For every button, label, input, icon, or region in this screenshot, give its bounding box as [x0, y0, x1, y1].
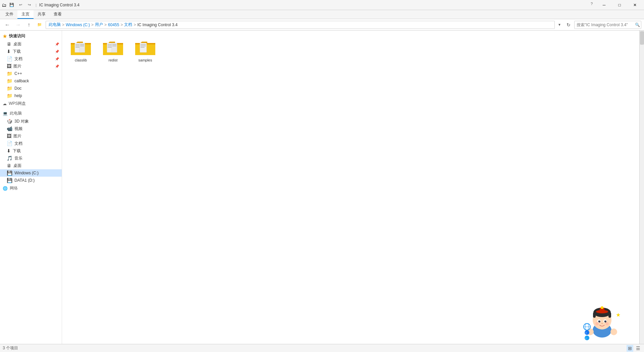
sidebar-item-video[interactable]: 📹 视频: [0, 125, 62, 132]
cpp-folder-icon: 📁: [7, 71, 12, 76]
windows-c-label: Windows (C:): [14, 171, 39, 175]
up-btn[interactable]: ↑: [24, 20, 34, 29]
refresh-btn[interactable]: ↻: [564, 20, 573, 29]
address-bar: ← → ↑ 📁 此电脑 > Windows (C:) > 用户 > 60455 …: [0, 19, 644, 31]
search-icon[interactable]: 🔍: [634, 21, 641, 29]
path-documents[interactable]: 文档: [124, 22, 132, 28]
quick-save-btn[interactable]: 💾: [8, 1, 15, 9]
video-label: 视频: [14, 126, 22, 132]
sidebar-item-3d[interactable]: 🎲 3D 对象: [0, 118, 62, 125]
sidebar-item-downloads[interactable]: ⬇ 下载: [0, 147, 62, 155]
pictures-quick-label: 图片: [13, 63, 21, 69]
downloads-label: 下载: [13, 148, 21, 154]
3d-label: 3D 对象: [14, 119, 29, 124]
sidebar-item-windows-c[interactable]: 💾 Windows (C:): [0, 169, 62, 177]
folder-samples[interactable]: samples: [130, 35, 160, 65]
address-dropdown-btn[interactable]: ▼: [556, 21, 563, 29]
main-area: ★ 快速访问 🖥 桌面 📌 ⬇ 下载 📌 📄 文档 📌 🖼 图片 📌 📁 C++: [0, 31, 644, 344]
svg-rect-18: [141, 44, 146, 45]
download-quick-icon: ⬇: [7, 49, 11, 54]
folder-classlib[interactable]: classlib: [66, 35, 96, 65]
maximize-btn[interactable]: □: [612, 0, 627, 10]
sidebar-item-download-quick[interactable]: ⬇ 下载 📌: [0, 48, 62, 55]
this-pc-header[interactable]: 💻 此电脑: [0, 109, 62, 118]
wps-cloud-item[interactable]: ☁ WPS网盘: [0, 99, 62, 108]
folder-grid: classlib redi: [66, 35, 635, 65]
right-scrollbar[interactable]: [639, 31, 644, 344]
data1-d-icon: 💾: [7, 178, 12, 183]
path-windows-c[interactable]: Windows (C:): [66, 23, 90, 27]
network-label: 网络: [10, 185, 18, 191]
sidebar-item-callback[interactable]: 📁 callback: [0, 77, 62, 85]
location-icon-btn[interactable]: 📁: [35, 20, 44, 29]
svg-rect-6: [80, 44, 84, 45]
sidebar-item-doc[interactable]: 📁 Doc: [0, 85, 62, 92]
star-icon: ★: [3, 34, 7, 39]
this-pc-icon: 💻: [3, 111, 8, 116]
minimize-btn[interactable]: ─: [596, 0, 612, 10]
item-count: 3 个项目: [3, 345, 18, 351]
view-list-btn[interactable]: ☰: [635, 345, 641, 352]
wps-cloud-icon: ☁: [3, 101, 7, 106]
sidebar-item-music[interactable]: 🎵 音乐: [0, 155, 62, 162]
download-quick-label: 下载: [13, 49, 21, 54]
quick-access-header[interactable]: ★ 快速访问: [0, 32, 62, 40]
cpp-label: C++: [14, 71, 22, 76]
back-btn[interactable]: ←: [3, 20, 12, 29]
address-path[interactable]: 此电脑 > Windows (C:) > 用户 > 60455 > 文档 > I…: [46, 21, 555, 29]
callback-label: callback: [14, 79, 29, 83]
sidebar-item-desktop[interactable]: 🖥 桌面: [0, 162, 62, 169]
pin-icon-download: 📌: [55, 50, 59, 53]
forward-btn[interactable]: →: [13, 20, 23, 29]
sidebar-item-cpp[interactable]: 📁 C++: [0, 70, 62, 77]
help-label: help: [14, 93, 22, 98]
desktop-icon: 🖥: [7, 163, 11, 168]
sidebar-item-desktop-quick[interactable]: 🖥 桌面 📌: [0, 40, 62, 48]
path-this-pc[interactable]: 此电脑: [49, 22, 61, 28]
help-btn[interactable]: ?: [587, 0, 596, 7]
ribbon-tabs: 文件 主页 共享 查看: [0, 10, 644, 19]
quick-undo-btn[interactable]: ↩: [17, 1, 24, 9]
sidebar-item-help[interactable]: 📁 help: [0, 92, 62, 99]
quick-redo-btn[interactable]: ↪: [25, 1, 33, 9]
tab-file[interactable]: 文件: [1, 10, 17, 19]
tab-view[interactable]: 查看: [50, 10, 66, 19]
pictures-icon: 🖼: [7, 133, 11, 139]
path-60455[interactable]: 60455: [108, 23, 119, 27]
svg-rect-20: [141, 47, 145, 48]
sidebar-item-documents[interactable]: 📄 文档: [0, 140, 62, 147]
scrollbar-thumb[interactable]: [640, 31, 644, 45]
network-icon: 🌐: [3, 186, 8, 191]
svg-rect-15: [112, 46, 116, 46]
folder-samples-label: samples: [139, 58, 152, 62]
sidebar-item-data1-d[interactable]: 💾 DATA1 (D:): [0, 177, 62, 184]
search-input[interactable]: [575, 21, 634, 29]
pictures-label: 图片: [13, 133, 21, 139]
callback-folder-icon: 📁: [7, 78, 12, 84]
view-grid-btn[interactable]: ⊞: [627, 345, 633, 352]
content-area: classlib redi: [62, 31, 639, 344]
quick-access-label: 快速访问: [9, 33, 25, 39]
title-bar: 🗂 💾 ↩ ↪ | IC Imaging Control 3.4 ? ─ □ ✕: [0, 0, 644, 10]
desktop-quick-icon: 🖥: [7, 41, 11, 47]
search-box[interactable]: 🔍: [574, 21, 641, 29]
network-item[interactable]: 🌐 网络: [0, 184, 62, 192]
close-btn[interactable]: ✕: [627, 0, 643, 10]
tab-share[interactable]: 共享: [34, 10, 50, 19]
sidebar-item-pictures[interactable]: 🖼 图片: [0, 132, 62, 140]
svg-rect-19: [141, 46, 146, 46]
3d-icon: 🎲: [7, 119, 12, 124]
pin-icon-desktop: 📌: [55, 42, 59, 46]
folder-classlib-icon: [70, 38, 92, 56]
desktop-quick-label: 桌面: [13, 41, 21, 47]
pictures-quick-icon: 🖼: [7, 63, 11, 69]
sidebar: ★ 快速访问 🖥 桌面 📌 ⬇ 下载 📌 📄 文档 📌 🖼 图片 📌 📁 C++: [0, 31, 62, 344]
folder-samples-icon: [135, 38, 156, 56]
video-icon: 📹: [7, 126, 12, 131]
tab-home[interactable]: 主页: [17, 10, 34, 19]
svg-rect-7: [80, 46, 84, 46]
sidebar-item-docs-quick[interactable]: 📄 文档 📌: [0, 55, 62, 62]
sidebar-item-pictures-quick[interactable]: 🖼 图片 📌: [0, 62, 62, 70]
folder-redist[interactable]: redist: [98, 35, 128, 65]
path-users[interactable]: 用户: [95, 22, 103, 28]
